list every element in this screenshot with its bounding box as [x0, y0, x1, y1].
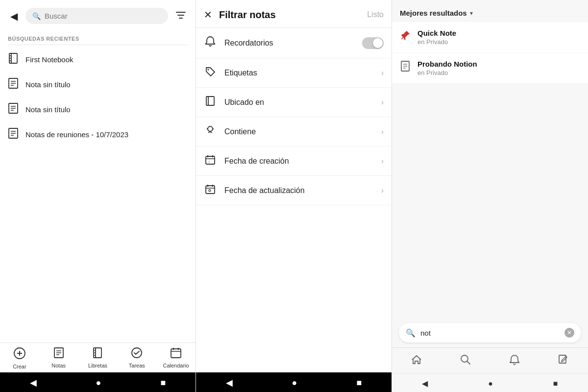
result-sub: en Privado: [417, 38, 580, 46]
search-icon: 🔍: [32, 12, 41, 20]
recent-item-notebook[interactable]: First Notebook: [0, 47, 196, 72]
panel2-android-recents[interactable]: ■: [357, 378, 362, 388]
contains-label: Contiene: [224, 127, 373, 136]
tasks-icon: [131, 347, 143, 362]
recent-item-note2[interactable]: Nota sin título: [0, 97, 196, 122]
spacer: [392, 84, 588, 317]
svg-text:+: +: [208, 160, 210, 163]
recent-searches-label: BÚSQUEDAS RECIENTES: [0, 32, 196, 45]
panel2-android-bar: ◀ ● ■: [196, 372, 392, 392]
svg-rect-30: [171, 349, 181, 358]
panel2-android-back[interactable]: ◀: [226, 377, 233, 388]
filter-button[interactable]: [173, 8, 189, 24]
location-icon: [204, 96, 217, 109]
results-chevron[interactable]: ▾: [470, 10, 473, 17]
nav-bell-icon[interactable]: [503, 352, 526, 370]
nav-label-calendar: Calendario: [163, 363, 189, 368]
nav-edit-icon[interactable]: [552, 352, 575, 370]
svg-line-49: [401, 37, 404, 39]
notebook-icon: [8, 53, 19, 66]
reminders-icon: [204, 36, 217, 50]
panel-search-results: Mejores resultados ▾ Quick Note en Priva…: [392, 0, 588, 392]
reminders-label: Recordatorios: [224, 39, 354, 48]
panel3-nav-items: [392, 348, 588, 373]
android-home[interactable]: ●: [96, 378, 101, 388]
update-date-label: Fecha de actualización: [224, 186, 373, 195]
nav-item-tasks[interactable]: Tareas: [122, 347, 151, 369]
svg-rect-40: [206, 156, 215, 164]
svg-point-37: [208, 126, 213, 131]
creation-date-label: Fecha de creación: [224, 157, 373, 166]
nav-item-calendar[interactable]: Calendario: [161, 347, 191, 369]
nav-label-notebooks: Libretas: [88, 363, 107, 368]
creation-date-icon: +: [204, 154, 217, 168]
panel2-header: ✕ Filtrar notas Listo: [196, 0, 392, 27]
panel-filter-notes: ✕ Filtrar notas Listo Recordatorios Etiq…: [196, 0, 392, 392]
done-button[interactable]: Listo: [367, 10, 384, 19]
filter-item-reminders[interactable]: Recordatorios: [196, 28, 392, 58]
search-bottom-input[interactable]: [420, 329, 560, 337]
android-back[interactable]: ◀: [30, 377, 37, 388]
panel1-header: ◀ 🔍: [0, 0, 196, 32]
bottom-nav: Crear Notas: [0, 343, 196, 392]
clear-button[interactable]: ✕: [564, 328, 574, 338]
android-recents[interactable]: ■: [161, 378, 166, 388]
creation-date-arrow: ›: [381, 157, 384, 166]
results-title: Mejores resultados: [400, 9, 467, 17]
filter-title: Filtrar notas: [219, 9, 360, 21]
notebooks-icon: [92, 347, 103, 362]
svg-line-55: [467, 361, 470, 364]
nav-items: Crear Notas: [0, 343, 196, 372]
result-card-quicknote[interactable]: Quick Note en Privado: [392, 22, 588, 52]
filter-item-location[interactable]: Ubicado en ›: [196, 88, 392, 117]
result-info2: Probando Notion en Privado: [417, 60, 580, 76]
meeting-icon: [8, 128, 19, 141]
calendar-icon: [170, 347, 182, 362]
svg-rect-35: [206, 97, 214, 105]
nav-item-create[interactable]: Crear: [5, 347, 34, 369]
nav-search-icon[interactable]: [454, 352, 477, 370]
panel3-android-back[interactable]: ◀: [422, 379, 428, 388]
panel2-android-home[interactable]: ●: [292, 378, 297, 388]
recent-item-meeting[interactable]: Notas de reuniones - 10/7/2023: [0, 122, 196, 147]
filter-item-tags[interactable]: Etiquetas ›: [196, 58, 392, 88]
contains-icon: [204, 125, 217, 138]
panel3-android-recents[interactable]: ■: [553, 379, 558, 388]
search-bottom-area: 🔍 ✕: [392, 317, 588, 347]
nav-item-notebooks[interactable]: Libretas: [83, 347, 112, 369]
result-card-probando[interactable]: Probando Notion en Privado: [392, 53, 588, 83]
note-icon: [8, 78, 19, 91]
recent-item-text: Nota sin título: [25, 105, 71, 114]
update-date-icon: [204, 184, 217, 197]
panel-recent-searches: ◀ 🔍 BÚSQUEDAS RECIENTES: [0, 0, 196, 392]
tags-arrow: ›: [381, 69, 384, 77]
filter-item-creation-date[interactable]: + Fecha de creación ›: [196, 147, 392, 176]
contains-arrow: ›: [381, 127, 384, 136]
filter-item-update-date[interactable]: Fecha de actualización ›: [196, 176, 392, 205]
panel3-android-bar: ◀ ● ■: [392, 373, 588, 392]
search-icon-p3: 🔍: [406, 328, 416, 338]
search-box[interactable]: 🔍: [25, 8, 168, 24]
recent-item-text: Notas de reuniones - 10/7/2023: [25, 130, 128, 139]
panel3-android-home[interactable]: ●: [488, 379, 493, 388]
location-arrow: ›: [381, 98, 384, 107]
recent-item-note1[interactable]: Nota sin título: [0, 72, 196, 97]
panel3-bottom-nav: ◀ ● ■: [392, 347, 588, 392]
search-bottom-box: 🔍 ✕: [399, 323, 581, 343]
tags-label: Etiquetas: [224, 69, 373, 77]
nav-home-icon[interactable]: [405, 352, 428, 370]
result-name: Quick Note: [417, 29, 580, 37]
location-label: Ubicado en: [224, 98, 373, 107]
result-info: Quick Note en Privado: [417, 29, 580, 46]
close-button[interactable]: ✕: [204, 9, 212, 21]
back-button[interactable]: ◀: [7, 9, 21, 23]
search-input[interactable]: [45, 12, 161, 20]
filter-item-contains[interactable]: Contiene ›: [196, 117, 392, 147]
nav-item-notes[interactable]: Notas: [44, 347, 74, 369]
create-icon: [13, 347, 26, 363]
tags-icon: [204, 66, 217, 79]
recent-item-text: Nota sin título: [25, 80, 71, 89]
notes-icon: [53, 347, 65, 362]
reminders-toggle[interactable]: [362, 37, 384, 49]
result-name2: Probando Notion: [417, 60, 580, 68]
